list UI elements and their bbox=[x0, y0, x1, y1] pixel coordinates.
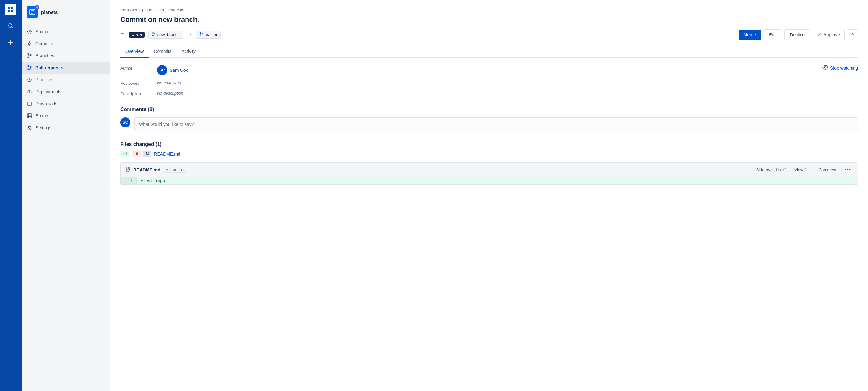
sidebar-item-settings[interactable]: Settings bbox=[22, 122, 110, 134]
boards-icon bbox=[27, 113, 32, 119]
more-options-button[interactable]: ••• bbox=[843, 166, 852, 174]
diff-filename-row: README.md MODIFIED bbox=[126, 167, 186, 173]
pr-status-badge: OPEN bbox=[129, 32, 145, 38]
pr-number: #1 bbox=[120, 32, 125, 37]
breadcrumb-user[interactable]: Sam Cox bbox=[120, 8, 137, 12]
diff-line-number: 1 bbox=[121, 177, 136, 185]
diff-table: 1 +Test input bbox=[121, 177, 858, 185]
add-icon[interactable] bbox=[5, 37, 17, 48]
svg-point-36 bbox=[29, 127, 30, 129]
repo-name: planets bbox=[41, 9, 58, 15]
pull-requests-icon bbox=[27, 65, 32, 70]
search-icon[interactable] bbox=[5, 20, 17, 32]
file-link[interactable]: README.md bbox=[154, 152, 180, 157]
diff-line-row: 1 +Test input bbox=[121, 177, 858, 185]
file-doc-icon bbox=[126, 167, 131, 173]
files-changed-title: Files changed (1) bbox=[120, 141, 858, 147]
svg-point-46 bbox=[825, 67, 826, 68]
sidebar-item-boards[interactable]: Boards bbox=[22, 110, 110, 122]
reviewers-row: Reviewers No reviewers bbox=[120, 80, 858, 86]
author-value: SC Sam Cox bbox=[157, 65, 188, 75]
side-by-side-button[interactable]: Side-by-side diff bbox=[754, 166, 788, 173]
sidebar-item-pipelines[interactable]: Pipelines bbox=[22, 74, 110, 86]
settings-icon bbox=[27, 125, 32, 131]
modified-chip-m: M bbox=[143, 151, 151, 157]
sidebar-item-branches[interactable]: Branches bbox=[22, 50, 110, 62]
lock-badge: 🔒 bbox=[35, 5, 39, 9]
sidebar-item-commits-label: Commits bbox=[35, 41, 53, 46]
branches-icon bbox=[27, 53, 32, 59]
svg-point-45 bbox=[823, 65, 828, 69]
eye-icon bbox=[823, 65, 828, 71]
files-chips: +1 -0 M README.md bbox=[120, 151, 858, 157]
page-title: Commit on new branch. bbox=[120, 15, 858, 24]
tab-activity[interactable]: Activity bbox=[177, 45, 201, 58]
source-branch-pill: new_branch bbox=[149, 31, 183, 39]
avatar: SC bbox=[157, 65, 167, 75]
diff-card-header: README.md MODIFIED Side-by-side diff Vie… bbox=[121, 163, 858, 177]
modified-badge: MODIFIED bbox=[163, 167, 186, 173]
source-icon bbox=[27, 29, 32, 34]
breadcrumb-current: Pull requests bbox=[160, 8, 184, 12]
files-changed-section: Files changed (1) +1 -0 M README.md bbox=[120, 141, 858, 185]
sidebar-item-settings-label: Settings bbox=[35, 125, 52, 130]
branch-icon-target bbox=[199, 32, 203, 37]
diff-filename: README.md bbox=[133, 167, 160, 172]
tab-commits[interactable]: Commits bbox=[149, 45, 176, 58]
comment-input[interactable] bbox=[134, 117, 858, 131]
sidebar: 🔒 planets Source bbox=[22, 0, 110, 391]
approve-button[interactable]: ✓ Approve bbox=[813, 29, 844, 40]
svg-point-13 bbox=[29, 43, 30, 44]
author-row: Author SC Sam Cox bbox=[120, 65, 858, 75]
approve-count: 0 bbox=[847, 29, 858, 40]
sidebar-header: 🔒 planets bbox=[22, 0, 110, 23]
sidebar-nav: Source Commits bbox=[22, 23, 110, 136]
view-file-button[interactable]: View file bbox=[792, 166, 812, 173]
edit-button[interactable]: Edit bbox=[764, 29, 782, 40]
removed-chip: -0 bbox=[132, 151, 141, 157]
sidebar-item-downloads[interactable]: Downloads bbox=[22, 98, 110, 110]
sidebar-item-deployments[interactable]: Deployments bbox=[22, 86, 110, 98]
merge-button[interactable]: Merge bbox=[739, 30, 761, 40]
added-chip: +1 bbox=[120, 151, 130, 157]
comment-button[interactable]: Comment bbox=[816, 166, 839, 173]
commits-icon bbox=[27, 41, 32, 46]
author-name[interactable]: Sam Cox bbox=[170, 68, 188, 73]
approve-check-icon: ✓ bbox=[817, 32, 822, 38]
downloads-icon bbox=[27, 101, 32, 107]
pr-details: Stop watching Author SC Sam Cox Reviewer… bbox=[120, 65, 858, 96]
icon-bar bbox=[0, 0, 22, 391]
watch-button[interactable]: Stop watching bbox=[823, 65, 858, 71]
breadcrumb: Sam Cox / planets / Pull requests bbox=[120, 8, 858, 12]
description-value: No description bbox=[157, 91, 183, 96]
svg-rect-3 bbox=[11, 10, 13, 12]
main-content: Sam Cox / planets / Pull requests Commit… bbox=[110, 0, 868, 391]
diff-actions: Side-by-side diff View file Comment ••• bbox=[754, 166, 852, 174]
sidebar-item-boards-label: Boards bbox=[35, 113, 50, 118]
diff-card: README.md MODIFIED Side-by-side diff Vie… bbox=[120, 162, 858, 185]
sidebar-item-source[interactable]: Source bbox=[22, 26, 110, 38]
svg-rect-2 bbox=[8, 10, 10, 12]
pipelines-icon bbox=[27, 77, 32, 83]
svg-rect-1 bbox=[11, 7, 13, 9]
sidebar-item-commits[interactable]: Commits bbox=[22, 38, 110, 50]
sidebar-item-downloads-label: Downloads bbox=[35, 101, 57, 106]
sidebar-item-pipelines-label: Pipelines bbox=[35, 77, 54, 82]
sidebar-item-branches-label: Branches bbox=[35, 53, 54, 58]
decline-button[interactable]: Decline bbox=[784, 29, 810, 40]
tab-overview[interactable]: Overview bbox=[120, 45, 149, 58]
pr-header-row: #1 OPEN new_branch → bbox=[120, 29, 858, 40]
svg-line-5 bbox=[12, 27, 13, 29]
breadcrumb-repo[interactable]: planets bbox=[142, 8, 155, 12]
comments-section: Comments (0) SC bbox=[120, 107, 858, 131]
comment-avatar: SC bbox=[120, 117, 130, 128]
app-logo[interactable] bbox=[5, 4, 17, 15]
sidebar-item-pull-requests[interactable]: Pull requests bbox=[22, 62, 110, 74]
svg-rect-31 bbox=[27, 113, 32, 118]
deployments-icon bbox=[27, 89, 32, 95]
action-buttons: Merge Edit Decline ✓ Approve 0 bbox=[739, 29, 858, 40]
comment-input-row: SC bbox=[120, 117, 858, 131]
separator bbox=[120, 104, 858, 104]
sidebar-item-pull-requests-label: Pull requests bbox=[35, 65, 63, 70]
sidebar-item-deployments-label: Deployments bbox=[35, 89, 61, 94]
